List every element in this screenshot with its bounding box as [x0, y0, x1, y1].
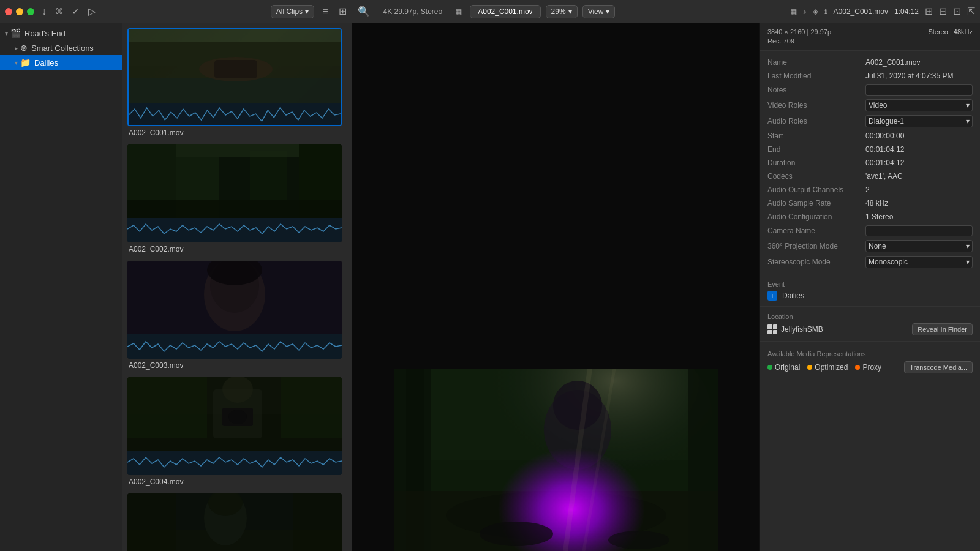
svg-rect-34 [293, 493, 342, 551]
inspector-icon[interactable]: ℹ [824, 7, 827, 16]
media-rep-section: Available Media Representations Original… [760, 345, 980, 378]
chevron-right-icon: ▸ [15, 45, 18, 51]
grid-view-button[interactable]: ⊞ [336, 4, 350, 18]
list-item[interactable]: A002_C005.mov [127, 493, 347, 551]
camera-name-input[interactable] [865, 225, 973, 236]
projection-mode-label: 360° Projection Mode [767, 242, 865, 250]
expand-icon[interactable]: ⇱ [967, 6, 975, 17]
info-row-last-modified: Last Modified Jul 31, 2020 at 4:07:35 PM [760, 69, 980, 83]
folder-icon: 📁 [20, 58, 31, 67]
search-button[interactable]: 🔍 [355, 4, 373, 18]
clip-thumbnail-1[interactable] [127, 28, 342, 126]
preview-gradient [394, 369, 718, 551]
video-roles-label: Video Roles [767, 101, 865, 110]
video-scope-icon[interactable]: ▦ [790, 7, 797, 16]
end-label: End [767, 145, 865, 154]
play-icon[interactable]: ▷ [88, 6, 96, 17]
titlebar-icons: ↓ ⌘ ✓ ▷ [42, 6, 96, 17]
film-icon: 🎬 [10, 28, 21, 38]
clip-waveform-4 [127, 451, 342, 475]
clip-video-area-2 [127, 144, 342, 218]
key-icon[interactable]: ⌘ [55, 7, 63, 16]
event-name: Dailies [782, 291, 804, 300]
inspector-body: Name A002_C001.mov Last Modified Jul 31,… [760, 51, 980, 383]
resolution-display: 4K 29.97p, Stereo [383, 7, 442, 16]
clip-thumbnail-2[interactable] [127, 144, 342, 242]
info-row-video-roles: Video Roles Video ▾ [760, 97, 980, 113]
svg-rect-4 [214, 60, 257, 78]
list-item[interactable]: A002_C004.mov [127, 377, 347, 486]
proxy-media-item: Proxy [855, 363, 881, 372]
zoom-dropdown[interactable]: 29% ▾ [546, 5, 578, 18]
clip-thumbnail-5[interactable] [127, 493, 342, 551]
check-icon[interactable]: ✓ [72, 6, 80, 17]
titlebar: ↓ ⌘ ✓ ▷ All Clips ▾ ≡ ⊞ 🔍 4K 29.97p, Ste… [0, 0, 980, 23]
waveform-icon[interactable]: ▦ [452, 6, 465, 17]
chevron-down-icon: ▾ [966, 117, 970, 126]
clip-video-area-5 [127, 493, 342, 551]
sidebar-item-roads-end[interactable]: ▾ 🎬 Road's End [0, 26, 122, 40]
transcode-media-button[interactable]: Transcode Media... [904, 361, 973, 373]
location-info: JellyfishSMB [767, 324, 823, 334]
clip-name-1: A002_C001.mov [127, 129, 347, 137]
svg-rect-18 [127, 261, 342, 334]
original-label: Original [775, 363, 800, 372]
preview-area [352, 23, 760, 551]
projection-mode-dropdown[interactable]: None ▾ [865, 240, 973, 252]
svg-rect-28 [127, 451, 342, 475]
all-clips-dropdown[interactable]: All Clips ▾ [271, 5, 314, 18]
stereoscopic-mode-dropdown[interactable]: Monoscopic ▾ [865, 256, 973, 268]
svg-rect-2 [129, 78, 341, 103]
info-row-projection-mode: 360° Projection Mode None ▾ [760, 238, 980, 254]
timestamp-display: 1:04:12 [894, 7, 919, 16]
audio-output-channels-label: Audio Output Channels [767, 186, 865, 194]
chevron-down-icon: ▾ [966, 242, 970, 250]
info-row-codecs: Codecs 'avc1', AAC [760, 170, 980, 183]
close-button[interactable] [5, 8, 12, 15]
stereoscopic-mode-label: Stereoscopic Mode [767, 258, 865, 266]
maximize-button[interactable] [27, 8, 34, 15]
list-item[interactable]: A002_C002.mov [127, 144, 347, 253]
reveal-finder-button[interactable]: Reveal In Finder [912, 323, 973, 335]
event-row: + Dailies [760, 289, 980, 302]
location-name: JellyfishSMB [781, 325, 823, 334]
svg-point-43 [553, 381, 602, 430]
svg-rect-13 [127, 218, 342, 242]
sidebar: ▾ 🎬 Road's End ▸ ⊛ Smart Collections ▾ 📁… [0, 23, 123, 551]
sidebar-item-smart-collections[interactable]: ▸ ⊛ Smart Collections [0, 40, 122, 55]
svg-rect-11 [176, 144, 299, 157]
clip-thumbnail-3[interactable] [127, 261, 342, 359]
audio-configuration-label: Audio Configuration [767, 212, 865, 221]
audio-meter-icon[interactable]: ♪ [803, 7, 807, 16]
tile-icon[interactable]: ⊟ [939, 6, 947, 17]
svg-rect-33 [127, 493, 176, 551]
list-item[interactable]: A002_C003.mov [127, 261, 347, 370]
svg-rect-12 [127, 200, 342, 218]
clip-name-2: A002_C002.mov [127, 245, 347, 253]
event-section-label: Event [760, 278, 980, 289]
location-row: JellyfishSMB Reveal In Finder [760, 321, 980, 337]
notes-input[interactable] [865, 84, 973, 96]
stereoscopic-mode-value: Monoscopic [869, 258, 908, 266]
download-icon[interactable]: ↓ [42, 6, 47, 17]
minimize-button[interactable] [16, 8, 23, 15]
svg-rect-26 [127, 377, 207, 438]
proxy-dot [855, 365, 860, 370]
clip-thumbnail-4[interactable] [127, 377, 342, 475]
view-dropdown[interactable]: View ▾ [582, 5, 615, 18]
chevron-down-icon: ▾ [305, 7, 309, 16]
layout-icon[interactable]: ⊡ [953, 6, 961, 17]
sidebar-item-dailies[interactable]: ▾ 📁 Dailies [0, 55, 122, 70]
clip-waveform-1 [129, 103, 341, 126]
info-row-audio-sample-rate: Audio Sample Rate 48 kHz [760, 197, 980, 210]
clip-video-area-1 [129, 29, 341, 103]
video-roles-dropdown[interactable]: Video ▾ [865, 99, 973, 111]
color-board-icon[interactable]: ◈ [813, 7, 818, 16]
list-view-button[interactable]: ≡ [319, 5, 331, 18]
audio-roles-dropdown[interactable]: Dialogue-1 ▾ [865, 115, 973, 127]
codecs-label: Codecs [767, 172, 865, 181]
list-item[interactable]: A002_C001.mov [127, 28, 347, 137]
svg-rect-27 [281, 377, 342, 438]
window-zoom-icon[interactable]: ⊞ [925, 6, 933, 17]
inspector-panel: 3840 × 2160 | 29.97p Stereo | 48kHz Rec.… [760, 23, 980, 551]
